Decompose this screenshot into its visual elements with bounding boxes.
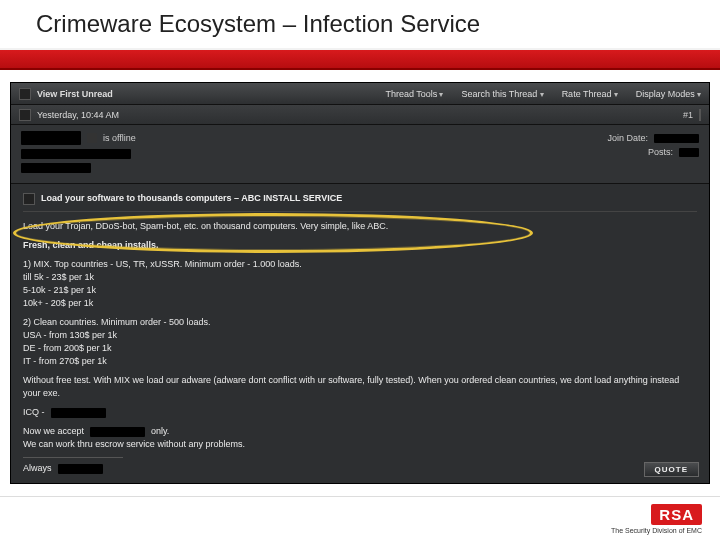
view-first-unread-link[interactable]: View First Unread bbox=[37, 89, 113, 99]
title-red-band bbox=[0, 50, 720, 70]
user-title-redacted bbox=[21, 149, 131, 159]
post-timestamp: Yesterday, 10:44 AM bbox=[37, 110, 119, 120]
clean-price-1: USA - from 130$ per 1k bbox=[23, 329, 697, 342]
join-date-label: Join Date: bbox=[607, 131, 648, 145]
mix-price-1: till 5k - 23$ per 1k bbox=[23, 271, 697, 284]
mix-price-3: 10k+ - 20$ per 1k bbox=[23, 297, 697, 310]
post-lead-text: Load your Trojan, DDoS-bot, Spam-bot, et… bbox=[23, 220, 697, 233]
quote-button[interactable]: Quote bbox=[644, 462, 699, 477]
signature-redacted bbox=[58, 464, 103, 474]
accept-suffix: only. bbox=[151, 425, 169, 438]
post-note: Without free test. With MIX we load our … bbox=[23, 374, 697, 400]
post-title-prefix: Load your software to thousands computer… bbox=[41, 193, 241, 203]
payment-redacted bbox=[90, 427, 145, 437]
forum-screenshot: View First Unread Thread Tools Search th… bbox=[10, 82, 710, 484]
join-date-redacted bbox=[654, 134, 699, 143]
slide-title: Crimeware Ecosystem – Infection Service bbox=[0, 0, 720, 50]
clean-price-2: DE - from 200$ per 1k bbox=[23, 342, 697, 355]
posts-label: Posts: bbox=[648, 145, 673, 159]
post-header-bar: Yesterday, 10:44 AM #1 bbox=[11, 105, 709, 125]
user-info-block: is offline Join Date: Posts: bbox=[11, 125, 709, 184]
user-sub-redacted bbox=[21, 163, 91, 173]
user-offline-text: is offline bbox=[103, 133, 136, 143]
post-status-icon bbox=[19, 109, 31, 121]
post-title-caps: ABC install service bbox=[241, 193, 342, 203]
username-redacted bbox=[21, 131, 81, 145]
title-underline bbox=[0, 48, 720, 50]
signature-divider bbox=[23, 457, 123, 458]
clean-header: 2) Clean countries. Minimum order - 500 … bbox=[23, 316, 697, 329]
rsa-logo: RSA The Security Division of EMC bbox=[611, 504, 702, 534]
thread-tools-menu[interactable]: Thread Tools bbox=[385, 89, 443, 99]
icq-number-redacted bbox=[51, 408, 106, 418]
search-thread-menu[interactable]: Search this Thread bbox=[462, 89, 544, 99]
unread-icon bbox=[19, 88, 31, 100]
post-fresh-heading: Fresh, clean and cheap installs. bbox=[23, 239, 697, 252]
post-index[interactable]: #1 bbox=[683, 110, 693, 120]
icq-label: ICQ - bbox=[23, 406, 45, 419]
permalink-icon[interactable] bbox=[699, 109, 701, 121]
escrow-text: We can work thru escrow service without … bbox=[23, 438, 697, 451]
slide-footer: RSA The Security Division of EMC bbox=[0, 496, 720, 540]
forum-toolbar: View First Unread Thread Tools Search th… bbox=[11, 83, 709, 105]
rate-thread-menu[interactable]: Rate Thread bbox=[562, 89, 618, 99]
posts-count-redacted bbox=[679, 148, 699, 157]
rsa-logo-text: RSA bbox=[651, 504, 702, 525]
post-body: Load your software to thousands computer… bbox=[11, 184, 709, 483]
mix-header: 1) MIX. Top countries - US, TR, xUSSR. M… bbox=[23, 258, 697, 271]
post-title-icon bbox=[23, 193, 35, 205]
rsa-tagline: The Security Division of EMC bbox=[611, 527, 702, 534]
display-modes-menu[interactable]: Display Modes bbox=[636, 89, 701, 99]
always-label: Always bbox=[23, 462, 52, 475]
post-title-divider bbox=[23, 211, 697, 212]
clean-price-3: IT - from 270$ per 1k bbox=[23, 355, 697, 368]
mix-price-2: 5-10k - 21$ per 1k bbox=[23, 284, 697, 297]
status-dot-icon bbox=[87, 133, 97, 143]
accept-prefix: Now we accept bbox=[23, 425, 84, 438]
